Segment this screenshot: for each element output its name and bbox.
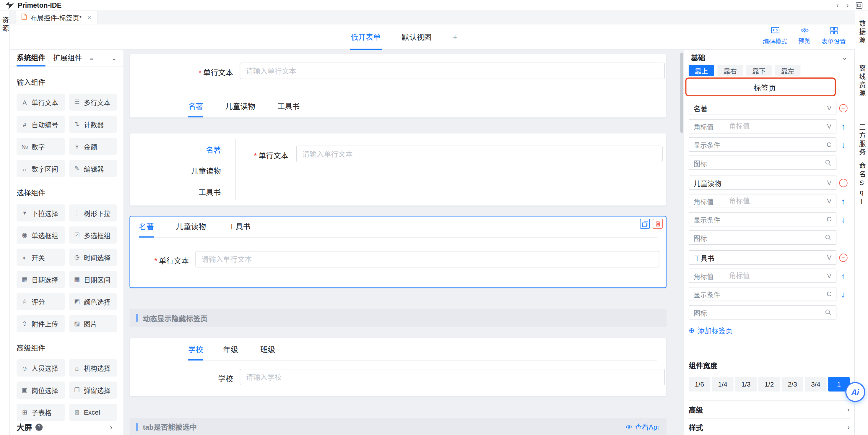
chevron-down-icon[interactable]: ⌄	[112, 54, 117, 62]
palette-item-post-select[interactable]: ▣岗位选择	[17, 381, 64, 399]
palette-item-counter[interactable]: ⇅计数器	[69, 116, 117, 133]
single-line-text-input-field[interactable]	[297, 146, 662, 162]
single-line-text-input[interactable]	[240, 63, 665, 79]
palette-item-date-picker[interactable]: ▦日期选择	[17, 271, 64, 288]
tab-name-field[interactable]	[689, 251, 823, 264]
close-icon[interactable]: ×	[87, 13, 91, 21]
icon-field[interactable]	[725, 156, 820, 169]
add-view-button[interactable]: +	[452, 24, 459, 50]
help-icon[interactable]: ?	[35, 423, 42, 430]
width-3-4-button[interactable]: 3/4	[805, 377, 826, 392]
palette-item-org-select[interactable]: ⌂机构选择	[69, 359, 117, 376]
tab-reference-books[interactable]: 工具书	[277, 100, 300, 117]
condition-toggle[interactable]: C	[822, 215, 836, 223]
palette-item-rating[interactable]: ☆评分	[17, 293, 64, 310]
canvas-scrollbar[interactable]	[680, 53, 683, 133]
badge-value-field[interactable]	[725, 194, 823, 208]
display-condition-input[interactable]: 显示条件 C	[689, 287, 836, 302]
palette-item-color-picker[interactable]: ◩颜色选择	[69, 293, 117, 310]
variable-toggle[interactable]: V	[823, 253, 836, 261]
palette-item-dialog-select[interactable]: ❐弹窗选择	[69, 381, 117, 399]
move-up-icon[interactable]: ↑	[841, 271, 845, 280]
palette-item-auto-number[interactable]: #自动编号	[17, 116, 64, 133]
palette-item-dropdown-select[interactable]: ▾下拉选择	[17, 204, 64, 221]
search-icon[interactable]	[820, 309, 836, 316]
copy-icon[interactable]	[640, 219, 650, 229]
badge-value-input[interactable]: 角标值 V	[689, 269, 836, 283]
tab-children-books[interactable]: 儿童读物	[176, 220, 206, 238]
width-2-3-button[interactable]: 2/3	[782, 377, 803, 392]
style-section-row[interactable]: 样式 ›	[689, 418, 850, 435]
display-condition-input[interactable]: 显示条件 C	[689, 137, 836, 152]
badge-value-field[interactable]	[725, 120, 823, 133]
position-right-button[interactable]: 靠右	[717, 65, 743, 76]
width-1-2-button[interactable]: 1/2	[758, 377, 780, 392]
variable-toggle[interactable]: V	[823, 272, 836, 280]
condition-toggle[interactable]: C	[822, 141, 836, 148]
tab-name-field[interactable]	[689, 176, 823, 189]
palette-item-editor[interactable]: ✎编辑器	[69, 160, 117, 177]
search-icon[interactable]	[820, 234, 836, 241]
move-up-icon[interactable]: ↑	[841, 121, 845, 131]
palette-item-time-picker[interactable]: ◷时间选择	[69, 249, 117, 266]
display-condition-input[interactable]: 显示条件 C	[689, 212, 836, 227]
variable-toggle[interactable]: V	[823, 104, 836, 112]
position-left-button[interactable]: 靠左	[775, 65, 800, 76]
palette-item-single-line-text[interactable]: A单行文本	[17, 94, 64, 111]
palette-item-excel[interactable]: ⊠Excel	[69, 404, 117, 421]
school-input[interactable]	[240, 369, 665, 385]
width-1-6-button[interactable]: 1/6	[689, 377, 710, 392]
tab-class[interactable]: 班级	[260, 343, 275, 361]
tab-famous-books[interactable]: 名著	[139, 220, 154, 238]
display-condition-field[interactable]	[725, 138, 822, 151]
tab-system-components[interactable]: 系统组件	[17, 50, 45, 66]
remove-tab-icon[interactable]: −	[839, 253, 847, 261]
school-input-field[interactable]	[240, 369, 664, 385]
move-down-icon[interactable]: ↓	[841, 289, 845, 299]
preview-button[interactable]: 预览	[798, 27, 810, 45]
window-app-icon[interactable]	[856, 2, 862, 8]
tab-children-books[interactable]: 儿童读物	[130, 160, 235, 181]
width-1-3-button[interactable]: 1/3	[735, 377, 756, 392]
panel-collapse-icon[interactable]: ›	[110, 423, 112, 431]
variable-toggle[interactable]: V	[823, 122, 836, 130]
badge-value-field[interactable]	[725, 269, 823, 282]
palette-item-person-select[interactable]: ☺人员选择	[17, 359, 64, 376]
view-api-link[interactable]: 查看Api	[625, 422, 659, 432]
display-condition-field[interactable]	[725, 213, 822, 226]
ai-assistant-button[interactable]: Ai	[845, 382, 865, 402]
palette-item-number-range[interactable]: ↔数字区间	[17, 160, 64, 177]
tab-name-input[interactable]: V	[689, 176, 836, 190]
tab-low-code-form[interactable]: 低开表单	[349, 24, 382, 50]
tab-name-input[interactable]: V	[689, 101, 836, 115]
big-screen-label[interactable]: 大屏	[17, 422, 32, 432]
single-line-text-input[interactable]	[296, 146, 662, 162]
position-bottom-button[interactable]: 靠下	[746, 65, 772, 76]
move-down-icon[interactable]: ↓	[841, 215, 845, 224]
palette-item-radio-group[interactable]: ◉单选框组	[17, 226, 64, 244]
tab-default-view[interactable]: 默认视图	[401, 24, 433, 50]
icon-input[interactable]: 图标	[689, 305, 836, 319]
single-line-text-input-field[interactable]	[196, 251, 658, 267]
badge-value-input[interactable]: 角标值 V	[689, 119, 836, 133]
left-rail-resources[interactable]: 资源	[1, 17, 8, 435]
palette-item-date-range[interactable]: ▦日期区间	[69, 271, 117, 288]
chevron-down-icon[interactable]: ⌄	[842, 54, 848, 61]
palette-item-file-upload[interactable]: ⇧附件上传	[17, 315, 64, 332]
tab-reference-books[interactable]: 工具书	[228, 220, 251, 238]
tabs-widget-card-1[interactable]: *单行文本 名著 儿童读物 工具书	[129, 54, 666, 118]
menu-icon[interactable]: ≡	[90, 54, 94, 62]
remove-tab-icon[interactable]: −	[839, 179, 847, 187]
icon-field[interactable]	[725, 306, 820, 319]
right-rail-named-sql[interactable]: 命名Sql	[858, 162, 865, 207]
palette-item-checkbox-group[interactable]: ☑多选框组	[69, 226, 117, 244]
position-top-button[interactable]: 靠上	[689, 65, 714, 76]
palette-item-amount[interactable]: ¥金额	[69, 138, 117, 155]
advanced-section-row[interactable]: 高级 ›	[689, 400, 850, 418]
tabs-widget-card-2[interactable]: 名著 儿童读物 工具书 *单行文本	[129, 133, 666, 206]
tab-extension-components[interactable]: 扩展组件	[53, 50, 82, 66]
nav-forward-icon[interactable]: ›	[843, 1, 852, 9]
icon-field[interactable]	[725, 231, 820, 244]
code-mode-button[interactable]: 编码模式	[763, 27, 787, 45]
palette-item-sub-table[interactable]: ⊞子表格	[17, 404, 64, 421]
